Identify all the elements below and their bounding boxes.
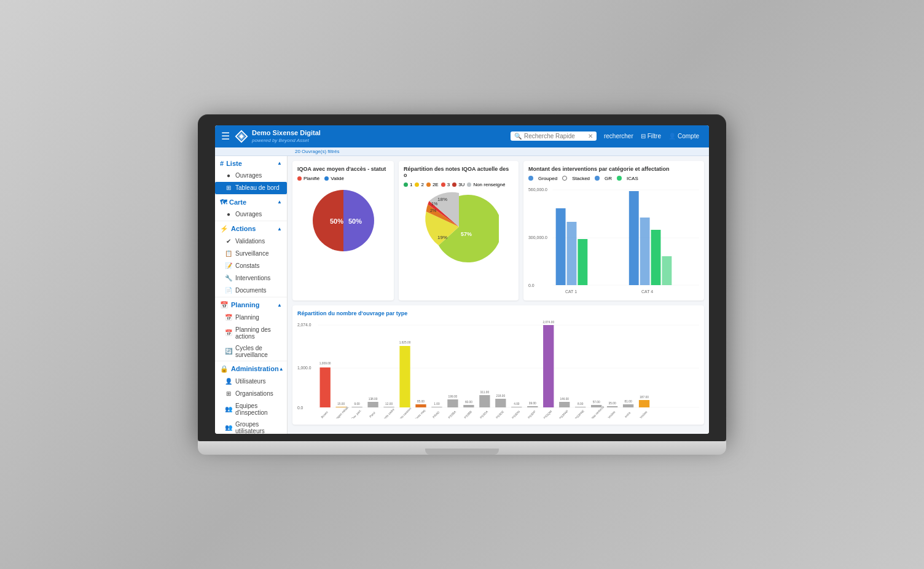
svg-text:CAT 1: CAT 1 [565, 289, 577, 294]
svg-rect-41 [367, 402, 378, 407]
svg-rect-56 [447, 399, 458, 407]
rechercher-button[interactable]: rechercher [600, 131, 637, 141]
sidebar-item-groupes[interactable]: 👥 Groupes utilisateurs [215, 418, 287, 434]
l2-dot [415, 182, 419, 187]
sidebar-item-equipes[interactable]: 👥 Equipes d'inspection [215, 400, 287, 418]
sidebar-item-surveillance[interactable]: 📋 Surveillance [215, 248, 287, 260]
svg-rect-17 [556, 208, 566, 285]
sidebar-section-planning[interactable]: 📅 Planning ▲ [215, 297, 287, 312]
sidebar-item-ouvrages1[interactable]: ● Ouvrages [215, 170, 287, 182]
app-title: Demo Sixense Digital powered by Beyond A… [252, 129, 321, 143]
admin-chevron-icon: ▲ [279, 366, 284, 372]
screen: ☰ Demo Sixense Digital powered by Beyond… [215, 125, 709, 434]
svg-text:85.00: 85.00 [417, 400, 425, 403]
pie2-legend-1: 1 [404, 182, 412, 187]
svg-text:35.00: 35.00 [609, 402, 616, 405]
filter-button[interactable]: ⊟ Filtre [637, 131, 665, 141]
svg-rect-68 [511, 407, 522, 407]
pie1-legend-valide: Validé [324, 176, 344, 181]
sidebar-item-constats[interactable]: 📝 Constats [215, 260, 287, 272]
actions-chevron-icon: ▲ [277, 226, 282, 232]
svg-rect-71 [527, 406, 538, 407]
app-title-sub: powered by Beyond Asset [252, 138, 321, 144]
search-input[interactable] [524, 133, 585, 139]
svg-rect-86 [607, 406, 617, 407]
sidebar-section-administration[interactable]: 🔒 Administration ▲ [215, 361, 287, 375]
sidebar-section-carte[interactable]: 🗺 Carte ▲ [215, 194, 287, 208]
sidebar-item-tableau[interactable]: ⊞ Tableau de bord [215, 182, 287, 194]
svg-text:0.0: 0.0 [528, 283, 534, 288]
svg-text:2%: 2% [430, 208, 436, 213]
svg-text:2,074.00: 2,074.00 [542, 321, 554, 324]
svg-text:PS3DP: PS3DP [527, 410, 536, 418]
sidebar-item-documents[interactable]: 📄 Documents [215, 284, 287, 297]
svg-rect-53 [431, 407, 442, 407]
validation-icon: ✔ [225, 238, 232, 245]
sidebar-item-cycles[interactable]: 🔄 Cycles de surveillance [215, 342, 287, 361]
icas-dot [617, 176, 622, 181]
logo: Demo Sixense Digital powered by Beyond A… [235, 129, 321, 143]
content-area: IQOA avec moyen d'accès - statut Planifi… [288, 156, 709, 434]
sidebar-item-carte-ouvrages[interactable]: ● Ouvrages [215, 208, 287, 221]
bar-chart-1-card: Montant des interventions par catégorie … [523, 161, 704, 300]
svg-text:PS3BB: PS3BB [464, 410, 472, 418]
app: ☰ Demo Sixense Digital powered by Beyond… [215, 125, 709, 434]
pie2-legend-2e: 2E [426, 182, 439, 187]
sidebar-item-interventions[interactable]: 🔧 Interventions [215, 272, 287, 284]
sidebar-item-utilisateurs[interactable]: 👤 Utilisateurs [215, 375, 287, 388]
hamburger-icon[interactable]: ☰ [221, 130, 230, 142]
svg-text:57%: 57% [461, 231, 472, 237]
svg-text:Paroi: Paroi [369, 411, 375, 418]
svg-rect-77 [559, 402, 570, 407]
svg-text:218.00: 218.00 [496, 394, 506, 398]
filter-notice: 20 Ouvrage(s) filtrés [215, 147, 709, 156]
sidebar-section-actions[interactable]: ⚡ Actions ▲ [215, 221, 287, 235]
nr-dot [467, 182, 471, 187]
svg-text:Ponts caisson: Ponts caisson [397, 407, 412, 418]
pie-chart-2-card: Répartition des notes IQOA actuelle des … [399, 161, 519, 300]
filter-wrap: ⊟ Filtre [637, 131, 665, 141]
svg-text:9.00: 9.00 [354, 402, 360, 406]
svg-text:39.00: 39.00 [529, 402, 536, 405]
svg-text:50%: 50% [348, 218, 362, 225]
svg-text:PS3QM: PS3QM [543, 410, 552, 418]
account-button[interactable]: 👤 Compte [665, 131, 703, 141]
sidebar-section-liste[interactable]: # Liste ▲ [215, 156, 287, 170]
pie2-svg: 57% 19% 2% 1% 18% [419, 190, 499, 264]
planning-chevron-icon: ▲ [277, 302, 282, 308]
sidebar-item-validations[interactable]: ✔ Validations [215, 235, 287, 248]
planning-actions-icon: 📅 [225, 329, 232, 337]
bar-chart-1-title: Montant des interventions par catégorie … [528, 166, 699, 172]
svg-text:4.00: 4.00 [514, 402, 520, 406]
svg-text:Buses: Buses [321, 410, 329, 418]
svg-rect-44 [383, 407, 394, 407]
svg-text:15.00: 15.00 [337, 402, 345, 406]
pie-chart-1-title: IQOA avec moyen d'accès - statut [297, 166, 389, 172]
bottom-chart-card: Répartition du nombre d'ouvrage par type… [292, 305, 704, 425]
sidebar-item-organisations[interactable]: ⊞ Organisations [215, 388, 287, 400]
circle2-icon: ● [225, 211, 232, 218]
l1-dot [404, 182, 408, 187]
svg-text:1.00: 1.00 [434, 402, 440, 406]
lightning-icon: ⚡ [220, 225, 229, 233]
svg-text:Ponts cadre: Ponts cadre [382, 407, 395, 418]
svg-text:1%: 1% [431, 202, 437, 206]
laptop-container: ☰ Demo Sixense Digital powered by Beyond… [198, 114, 726, 455]
svg-rect-21 [640, 218, 650, 285]
svg-rect-50 [415, 404, 426, 407]
pie2-legend-3u: 3U [452, 182, 464, 187]
svg-rect-20 [629, 191, 639, 285]
circle-icon: ● [225, 172, 232, 179]
svg-rect-62 [479, 395, 490, 407]
svg-text:PS3DA: PS3DA [480, 410, 489, 418]
calendar-icon: 📅 [220, 301, 229, 309]
svg-rect-74 [543, 325, 554, 407]
search-clear-icon[interactable]: ✕ [588, 133, 593, 139]
bottom-chart-title-blue: nombre d'ouvrage [337, 310, 385, 316]
svg-rect-89 [623, 404, 633, 407]
sidebar-item-planning[interactable]: 📅 Planning [215, 312, 287, 324]
planifie-dot [297, 176, 302, 181]
svg-text:PRAD: PRAD [432, 410, 440, 418]
sidebar: # Liste ▲ ● Ouvrages ⊞ Tableau de bord [215, 156, 288, 434]
sidebar-item-planning-actions[interactable]: 📅 Planning des actions [215, 324, 287, 342]
